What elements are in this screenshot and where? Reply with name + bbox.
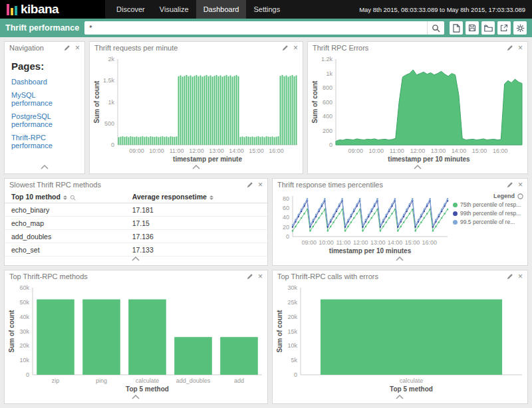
nav-link-thrift-rpc-performance[interactable]: Thrift-RPC performance xyxy=(11,134,78,150)
svg-text:add: add xyxy=(234,377,244,384)
panel-header: Thrift requests per minute × xyxy=(90,42,303,54)
nav-tab-visualize[interactable]: Visualize xyxy=(152,0,196,19)
collapse-chevron-icon xyxy=(395,256,404,261)
slowest-methods-table: Top 10 method Average responsetime echo_… xyxy=(5,191,267,256)
collapse-chevron-icon xyxy=(40,165,49,169)
legend-item[interactable]: 99th percentile of resp... xyxy=(453,210,523,217)
table-row[interactable]: echo_map 17.15 xyxy=(5,217,267,230)
column-search-icon[interactable] xyxy=(70,195,76,201)
legend-title: Legend xyxy=(493,193,515,199)
svg-text:ping: ping xyxy=(96,377,107,384)
svg-text:1.2k: 1.2k xyxy=(321,56,333,62)
remove-panel-icon[interactable]: × xyxy=(75,44,80,52)
save-dashboard-button[interactable] xyxy=(466,21,479,35)
edit-panel-icon[interactable] xyxy=(507,273,513,280)
pages-heading: Pages: xyxy=(11,60,78,72)
nav-tab-dashboard[interactable]: Dashboard xyxy=(196,0,247,19)
remove-panel-icon[interactable]: × xyxy=(518,272,523,280)
remove-panel-icon[interactable]: × xyxy=(258,181,263,189)
chart-body: 010k20k30k40k50k60kSum of countTop 5 met… xyxy=(5,282,267,395)
edit-panel-icon[interactable] xyxy=(282,45,289,51)
remove-panel-icon[interactable]: × xyxy=(518,181,523,189)
method-cell: echo_map xyxy=(5,217,126,230)
panel-title: Slowest Thrift RPC methods xyxy=(9,181,101,189)
remove-panel-icon[interactable]: × xyxy=(518,44,523,52)
nav-link-mysql-performance[interactable]: MySQL performance xyxy=(11,91,78,107)
edit-panel-icon[interactable] xyxy=(64,45,70,51)
svg-text:Top 5 method: Top 5 method xyxy=(126,385,169,393)
kibana-logo[interactable]: kibana xyxy=(0,0,105,19)
nav-tab-discover[interactable]: Discover xyxy=(109,0,152,19)
svg-text:10:00: 10:00 xyxy=(369,148,384,154)
sort-icon[interactable] xyxy=(209,195,213,200)
settings-gear-button[interactable] xyxy=(513,21,527,35)
nav-tab-settings[interactable]: Settings xyxy=(246,0,287,19)
svg-text:400: 400 xyxy=(323,113,332,120)
collapse-panel-button[interactable] xyxy=(273,256,527,265)
open-dashboard-button[interactable] xyxy=(481,21,495,35)
chart-legend: Legend 75th percentile of resp... 99th p… xyxy=(453,191,527,256)
edit-panel-icon[interactable] xyxy=(247,273,253,280)
legend-label: 75th percentile of resp... xyxy=(460,201,521,208)
legend-header[interactable]: Legend xyxy=(453,193,523,199)
panel-header: Navigation × xyxy=(5,42,84,54)
time-range-picker[interactable]: May 8th 2015, 08:03:33.089 to May 8th 20… xyxy=(359,0,532,19)
panel-title: Top Thrift-RPC methods xyxy=(9,272,88,280)
svg-text:14:00: 14:00 xyxy=(229,148,244,154)
query-input[interactable] xyxy=(84,21,427,35)
kibana-logo-text: kibana xyxy=(21,2,59,17)
svg-text:600: 600 xyxy=(323,99,332,106)
legend-item[interactable]: 99.5 percentile of re... xyxy=(453,219,523,225)
svg-text:09:00: 09:00 xyxy=(129,148,144,154)
svg-text:10:00: 10:00 xyxy=(319,239,334,246)
svg-text:13:00: 13:00 xyxy=(370,239,386,246)
collapse-chevron-icon xyxy=(131,256,140,261)
settings-gear-icon xyxy=(516,24,525,33)
svg-text:zip: zip xyxy=(52,377,60,384)
nav-link-postgresql-performance[interactable]: PostgreSQL performance xyxy=(11,112,78,128)
svg-text:09:00: 09:00 xyxy=(348,148,363,154)
svg-text:add_doubles: add_doubles xyxy=(176,377,211,384)
edit-panel-icon[interactable] xyxy=(247,181,253,188)
collapse-panel-button[interactable] xyxy=(5,395,267,403)
table-body: Top 10 method Average responsetime echo_… xyxy=(5,191,267,256)
value-cell: 17.133 xyxy=(126,243,267,256)
collapse-panel-button[interactable] xyxy=(90,165,303,173)
edit-panel-icon[interactable] xyxy=(507,181,513,188)
svg-text:30k: 30k xyxy=(287,284,297,291)
svg-text:0: 0 xyxy=(111,142,114,148)
table-row[interactable]: echo_set 17.133 xyxy=(5,243,267,256)
collapse-panel-button[interactable] xyxy=(5,256,267,265)
sort-icon[interactable] xyxy=(63,195,67,200)
chart-body: 02004006008001k1.2kSum of counttimestamp… xyxy=(308,54,527,165)
panel-navigation: Navigation × Pages: Dashboard MySQL perf… xyxy=(4,41,85,174)
share-dashboard-button[interactable] xyxy=(497,21,511,35)
panel-top-thrift-rpc-calls-with-errors: Top Thrift-RPC calls with errors × 05k10… xyxy=(272,270,528,404)
svg-text:Sum of count: Sum of count xyxy=(93,80,100,124)
legend-label: 99.5 percentile of re... xyxy=(460,219,515,225)
new-dashboard-button[interactable] xyxy=(450,21,463,35)
panel-thrift-rpc-errors: Thrift RPC Errors × 02004006008001k1.2kS… xyxy=(307,41,528,174)
table-row[interactable]: add_doubles 17.136 xyxy=(5,230,267,243)
collapse-chevron-icon xyxy=(192,165,201,169)
legend-swatch xyxy=(453,220,458,225)
table-row[interactable]: echo_binary 17.181 xyxy=(5,203,267,217)
collapse-panel-button[interactable] xyxy=(273,395,527,403)
collapse-panel-button[interactable] xyxy=(308,165,527,173)
svg-text:13:00: 13:00 xyxy=(209,148,224,154)
svg-text:15:00: 15:00 xyxy=(405,239,420,246)
dashboard-row-2: Slowest Thrift RPC methods × Top 10 meth… xyxy=(4,178,528,266)
remove-panel-icon[interactable]: × xyxy=(293,44,298,52)
save-dashboard-icon xyxy=(468,24,476,32)
top-navbar: kibana Discover Visualize Dashboard Sett… xyxy=(0,0,532,19)
edit-panel-icon[interactable] xyxy=(507,45,513,51)
search-button[interactable] xyxy=(427,21,444,35)
percentiles-line-chart: 020406080timestamp per 10 minutes09:0010… xyxy=(273,191,453,256)
legend-item[interactable]: 75th percentile of resp... xyxy=(453,201,523,208)
column-header-method[interactable]: Top 10 method xyxy=(5,191,126,203)
remove-panel-icon[interactable]: × xyxy=(258,272,263,280)
column-header-responsetime[interactable]: Average responsetime xyxy=(126,191,267,203)
nav-link-dashboard[interactable]: Dashboard xyxy=(11,78,78,86)
collapse-panel-button[interactable] xyxy=(5,165,84,173)
chart-body: 020406080timestamp per 10 minutes09:0010… xyxy=(273,191,527,256)
